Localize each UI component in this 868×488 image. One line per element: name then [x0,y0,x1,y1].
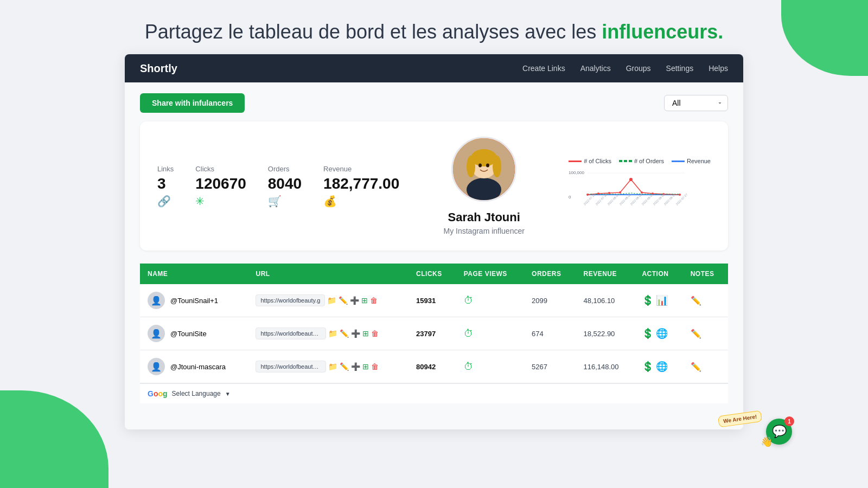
filter-select[interactable]: All This Week This Month This Year [664,95,728,111]
action-money-icon-1[interactable]: 💲 [642,294,654,306]
td-pageviews-1: ⏱ [456,284,524,317]
svg-point-17 [641,191,643,194]
user-avatar-1: 👤 [148,292,165,309]
copy-icon-1[interactable]: 📁 [327,296,336,305]
stat-links: Links 3 🔗 [157,165,174,208]
stat-revenue: Revenue 182,777.00 💰 [323,165,399,208]
th-action: ACTION [634,264,682,284]
legend-revenue-line [672,160,685,162]
table-row: 👤 @TouniSnail+1 https://worldofbeauty.g … [140,284,728,317]
chat-widget: We Are Here! 💬 1 👋 [766,419,792,445]
add-icon-1[interactable]: ➕ [350,296,359,305]
url-actions-2: 📁 ✏️ ➕ ⊞ 🗑 [328,329,379,338]
td-orders-3: 5267 [524,350,576,383]
chart-legend: # of Clicks # of Orders Revenue [569,158,711,164]
th-name: NAME [140,264,248,284]
stat-revenue-label: Revenue [323,165,399,173]
navbar: Shortly Create Links Analytics Groups Se… [125,54,743,82]
td-url-2: https://worldofbeautyne 📁 ✏️ ➕ ⊞ 🗑 [248,317,409,350]
action-globe-icon-2[interactable]: 🌐 [656,328,668,339]
user-name-2: @TouniSite [170,330,207,338]
share-with-influencers-button[interactable]: Share with infulancers [140,93,245,113]
td-clicks-1: 15931 [409,284,456,317]
chart-section: # of Clicks # of Orders Revenue 100,000 [569,158,711,214]
copy-icon-2[interactable]: 📁 [328,329,337,338]
nav-settings[interactable]: Settings [666,64,694,73]
legend-revenue: Revenue [672,158,711,164]
td-pageviews-2: ⏱ [456,317,524,350]
svg-point-15 [619,191,621,194]
profile-subtitle: My Instagram influencer [421,227,547,235]
delete-icon-3[interactable]: 🗑 [371,362,379,371]
action-globe-icon-3[interactable]: 🌐 [656,361,668,373]
action-chart-icon-1[interactable]: 📊 [656,294,668,306]
navbar-brand: Shortly [140,62,177,75]
svg-point-16 [629,178,633,181]
stats-section: Links 3 🔗 Clicks 120670 ✳ Orders 8040 🛒 … [157,165,399,208]
th-pageviews: PAGE VIEWS [456,264,524,284]
hero-heading: Partagez le tableau de bord et les analy… [0,0,868,54]
qr-icon-2[interactable]: ⊞ [362,329,369,338]
edit-icon-1[interactable]: ✏️ [339,296,348,305]
chat-wave-emoji: 👋 [761,436,773,448]
url-text-2: https://worldofbeautyne [256,328,326,339]
note-icon-1[interactable]: ✏️ [691,296,701,305]
delete-icon-2[interactable]: 🗑 [371,329,379,338]
google-logo: Goog [148,389,168,398]
chart-svg: 100,000 0 [569,169,688,212]
legend-clicks: # of Clicks [569,158,611,164]
url-actions-3: 📁 ✏️ ➕ ⊞ 🗑 [328,362,379,371]
chart-area: 100,000 0 [569,169,711,214]
select-language-label[interactable]: Select Language [172,390,221,397]
app-body: Share with infulancers All This Week Thi… [125,82,743,429]
td-orders-2: 674 [524,317,576,350]
svg-point-7 [486,164,489,168]
action-money-icon-2[interactable]: 💲 [642,328,654,339]
legend-orders-label: # of Orders [634,158,664,164]
stat-orders: Orders 8040 🛒 [268,165,302,208]
action-money-icon-3[interactable]: 💲 [642,361,654,373]
user-avatar-2: 👤 [148,325,165,342]
url-text-3: https://worldofbeautyne [256,361,326,373]
td-name-2: 👤 @TouniSite [140,317,248,350]
nav-analytics[interactable]: Analytics [580,64,611,73]
legend-clicks-line [569,160,582,162]
user-name-1: @TouniSnail+1 [170,297,218,305]
td-revenue-3: 116,148.00 [576,350,635,383]
add-icon-2[interactable]: ➕ [351,329,360,338]
blob-bottom-left [0,390,108,488]
svg-point-5 [493,156,501,177]
td-action-3: 💲 🌐 [634,350,682,383]
user-name-3: @Jtouni-mascara [170,363,226,371]
td-action-1: 💲 📊 [634,284,682,317]
dropdown-arrow-icon: ▼ [225,391,231,397]
profile-center: Sarah Jtouni My Instagram influencer [421,137,547,235]
clicks-icon: ✳ [195,195,246,208]
navbar-nav: Create Links Analytics Groups Settings H… [522,63,728,73]
td-revenue-1: 48,106.10 [576,284,635,317]
edit-icon-2[interactable]: ✏️ [340,329,349,338]
copy-icon-3[interactable]: 📁 [328,362,337,371]
edit-icon-3[interactable]: ✏️ [340,362,349,371]
th-notes: NOTES [683,264,728,284]
stat-clicks-value: 120670 [195,175,246,192]
add-icon-3[interactable]: ➕ [351,362,360,371]
td-url-3: https://worldofbeautyne 📁 ✏️ ➕ ⊞ 🗑 [248,350,409,383]
qr-icon-1[interactable]: ⊞ [361,296,368,305]
stat-clicks: Clicks 120670 ✳ [195,165,246,208]
svg-text:100,000: 100,000 [569,170,584,175]
svg-point-6 [478,164,482,168]
nav-groups[interactable]: Groups [626,64,651,73]
td-url-1: https://worldofbeauty.g 📁 ✏️ ➕ ⊞ 🗑 [248,284,409,317]
nav-create-links[interactable]: Create Links [522,64,565,73]
orders-icon: 🛒 [268,195,302,208]
legend-revenue-label: Revenue [687,158,711,164]
chat-badge: 1 [784,416,794,426]
note-icon-2[interactable]: ✏️ [691,329,701,338]
nav-helps[interactable]: Helps [709,64,728,73]
pageviews-icon-1: ⏱ [464,295,474,306]
delete-icon-1[interactable]: 🗑 [370,296,378,305]
note-icon-3[interactable]: ✏️ [691,362,701,371]
stat-links-label: Links [157,165,174,173]
qr-icon-3[interactable]: ⊞ [362,362,369,371]
